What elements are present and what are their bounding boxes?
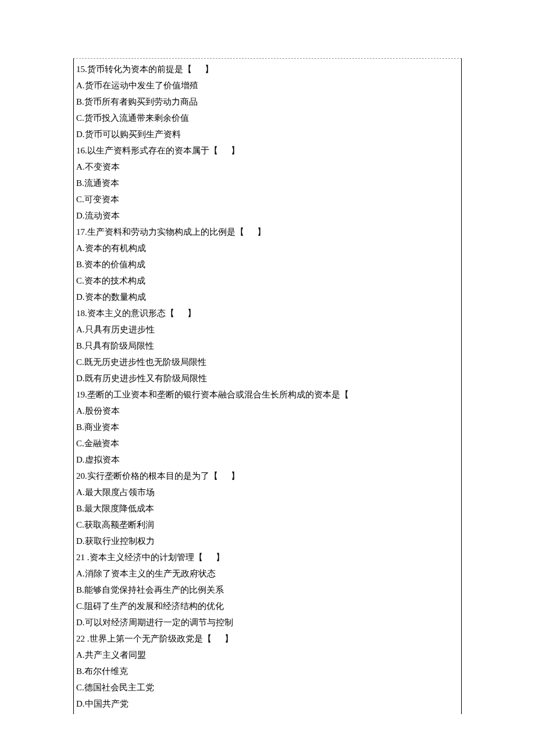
- stem-text: 22 .世界上第一个无产阶级政党是【: [76, 634, 212, 643]
- stem-text: 19.垄断的工业资本和垄断的银行资本融合或混合生长所构成的资本是【: [76, 390, 349, 399]
- option: A.只具有历史进步性: [76, 321, 459, 338]
- stem-text: 21 .资本主义经济中的计划管理【: [76, 553, 203, 562]
- stem-suffix: 】: [187, 309, 196, 318]
- option: C.阻碍了生产的发展和经济结构的优化: [76, 598, 459, 614]
- option: C.既无历史进步性也无阶级局限性: [76, 354, 459, 370]
- option: A.股份资本: [76, 403, 459, 419]
- answer-blank: [218, 146, 231, 155]
- option: D.虚拟资本: [76, 452, 459, 468]
- option: A.不变资本: [76, 159, 459, 175]
- stem-text: 18.资本主义的意识形态【: [76, 309, 174, 318]
- option: B.资本的价值构成: [76, 256, 459, 273]
- option: D.流动资本: [76, 207, 459, 224]
- question-stem: 20.实行垄断价格的根本目的是为了【 】: [76, 468, 459, 484]
- option: B.只具有阶级局限性: [76, 338, 459, 354]
- option: B.能够自觉保持社会再生产的比例关系: [76, 582, 459, 598]
- question-stem: 18.资本主义的意识形态【 】: [76, 305, 459, 321]
- stem-text: 15.货币转化为资本的前提是【: [76, 65, 192, 74]
- option: D.货币可以购买到生产资料: [76, 126, 459, 142]
- stem-suffix: 】: [216, 553, 224, 562]
- question-stem: 19.垄断的工业资本和垄断的银行资本融合或混合生长所构成的资本是【: [76, 386, 459, 403]
- stem-suffix: 】: [257, 227, 266, 237]
- option: A.消除了资本主义的生产无政府状态: [76, 565, 459, 582]
- option: C.德国社会民主工党: [76, 679, 459, 696]
- answer-blank: [192, 65, 205, 74]
- answer-blank: [218, 471, 231, 481]
- option: C.货币投入流通带来剩余价值: [76, 110, 459, 126]
- answer-blank: [203, 553, 216, 562]
- option: C.可变资本: [76, 191, 459, 207]
- stem-suffix: 】: [224, 634, 233, 643]
- option: B.流通资本: [76, 175, 459, 191]
- question-stem: 17.生产资料和劳动力实物构成上的比例是【 】: [76, 224, 459, 240]
- option: D.资本的数量构成: [76, 289, 459, 305]
- stem-text: 20.实行垄断价格的根本目的是为了【: [76, 471, 218, 481]
- option: A.货币在运动中发生了价值增殖: [76, 77, 459, 94]
- question-stem: 16.以生产资料形式存在的资本属于【 】: [76, 142, 459, 159]
- option: B.商业资本: [76, 419, 459, 435]
- option: C.资本的技术构成: [76, 273, 459, 289]
- answer-blank: [244, 227, 258, 237]
- stem-text: 16.以生产资料形式存在的资本属于【: [76, 146, 218, 155]
- option: D.获取行业控制权力: [76, 533, 459, 549]
- option: D.既有历史进步性又有阶级局限性: [76, 370, 459, 386]
- option: B.布尔什维克: [76, 663, 459, 679]
- stem-suffix: 】: [231, 146, 240, 155]
- stem-suffix: 】: [231, 471, 240, 481]
- option: C.获取高额垄断利润: [76, 517, 459, 533]
- answer-blank: [174, 309, 188, 318]
- stem-suffix: 】: [205, 65, 213, 74]
- option: A.最大限度占领市场: [76, 484, 459, 500]
- answer-blank: [212, 634, 225, 643]
- option: B.最大限度降低成本: [76, 500, 459, 517]
- question-stem: 21 .资本主义经济中的计划管理【 】: [76, 549, 459, 565]
- stem-text: 17.生产资料和劳动力实物构成上的比例是【: [76, 227, 244, 237]
- option: D.可以对经济周期进行一定的调节与控制: [76, 614, 459, 630]
- question-stem: 15.货币转化为资本的前提是【 】: [76, 61, 459, 77]
- option: B.货币所有者购买到劳动力商品: [76, 94, 459, 110]
- option: A.共产主义者同盟: [76, 647, 459, 663]
- document-page: 15.货币转化为资本的前提是【 】 A.货币在运动中发生了价值增殖 B.货币所有…: [73, 58, 462, 714]
- option: C.金融资本: [76, 435, 459, 452]
- option: A.资本的有机构成: [76, 240, 459, 256]
- question-stem: 22 .世界上第一个无产阶级政党是【 】: [76, 630, 459, 647]
- option: D.中国共产党: [76, 696, 459, 712]
